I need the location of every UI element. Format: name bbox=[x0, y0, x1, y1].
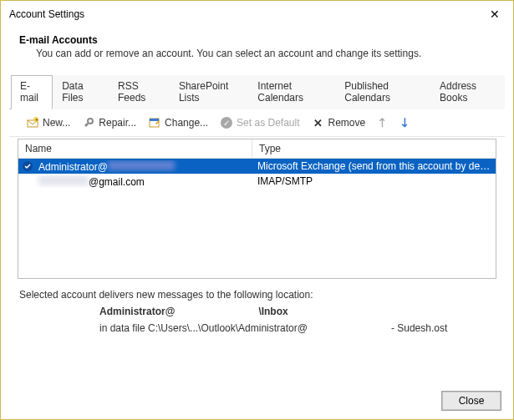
table-row[interactable]: Administrator@ Microsoft Exchange (send … bbox=[18, 159, 496, 174]
arrow-down-icon: 🡓 bbox=[399, 117, 410, 129]
tab-strip: E-mail Data Files RSS Feeds SharePoint L… bbox=[9, 74, 505, 109]
column-type[interactable]: Type bbox=[252, 139, 496, 158]
tab-address-books[interactable]: Address Books bbox=[430, 75, 505, 109]
tab-email[interactable]: E-mail bbox=[11, 75, 53, 109]
close-icon[interactable]: ✕ bbox=[483, 6, 506, 23]
delivery-location-value: Administrator@\Inbox bbox=[99, 306, 513, 317]
change-icon bbox=[148, 116, 161, 129]
change-button[interactable]: Change... bbox=[145, 114, 211, 131]
svg-rect-5 bbox=[150, 119, 159, 121]
set-default-icon: ✓ bbox=[220, 116, 233, 129]
repair-icon bbox=[82, 116, 95, 129]
page-subtitle: You can add or remove an account. You ca… bbox=[36, 48, 498, 59]
repair-label: Repair... bbox=[99, 117, 136, 129]
repair-button[interactable]: Repair... bbox=[79, 114, 140, 131]
default-account-icon bbox=[18, 160, 33, 172]
remove-label: Remove bbox=[328, 117, 365, 129]
move-down-button[interactable]: 🡓 bbox=[396, 115, 414, 131]
set-default-button: ✓ Set as Default bbox=[216, 114, 303, 131]
arrow-up-icon: 🡑 bbox=[377, 117, 388, 129]
tab-rss-feeds[interactable]: RSS Feeds bbox=[109, 75, 170, 109]
toolbar: ✦ New... Repair... Change... ✓ Set as De… bbox=[9, 109, 505, 137]
table-row[interactable]: @gmail.com IMAP/SMTP bbox=[18, 174, 496, 189]
tab-data-files[interactable]: Data Files bbox=[53, 75, 109, 109]
account-type: Microsoft Exchange (send from this accou… bbox=[252, 160, 496, 172]
tab-internet-calendars[interactable]: Internet Calendars bbox=[248, 75, 335, 109]
window-title: Account Settings bbox=[9, 8, 84, 20]
new-icon: ✦ bbox=[26, 116, 39, 129]
change-label: Change... bbox=[165, 117, 208, 129]
column-name[interactable]: Name bbox=[18, 139, 252, 158]
account-type: IMAP/SMTP bbox=[252, 175, 496, 187]
tab-sharepoint-lists[interactable]: SharePoint Lists bbox=[170, 75, 248, 109]
accounts-table: Name Type Administrator@ Microsoft Excha… bbox=[18, 139, 496, 279]
account-name: Administrator@ bbox=[33, 160, 252, 173]
close-button[interactable]: Close bbox=[441, 391, 501, 411]
remove-button[interactable]: ✕ Remove bbox=[308, 114, 369, 131]
new-label: New... bbox=[43, 117, 70, 129]
remove-icon: ✕ bbox=[311, 116, 324, 129]
page-heading: E-mail Accounts bbox=[19, 34, 498, 46]
delivery-location-label: Selected account delivers new messages t… bbox=[19, 289, 513, 301]
data-file-path: in data file C:\Users\...\Outlook\Admini… bbox=[99, 322, 513, 334]
svg-text:✦: ✦ bbox=[34, 117, 39, 123]
new-button[interactable]: ✦ New... bbox=[23, 114, 74, 131]
set-default-label: Set as Default bbox=[237, 117, 299, 129]
account-name: @gmail.com bbox=[33, 175, 252, 188]
move-up-button: 🡑 bbox=[374, 115, 391, 131]
tab-published-calendars[interactable]: Published Calendars bbox=[335, 75, 430, 109]
svg-point-3 bbox=[88, 119, 93, 124]
